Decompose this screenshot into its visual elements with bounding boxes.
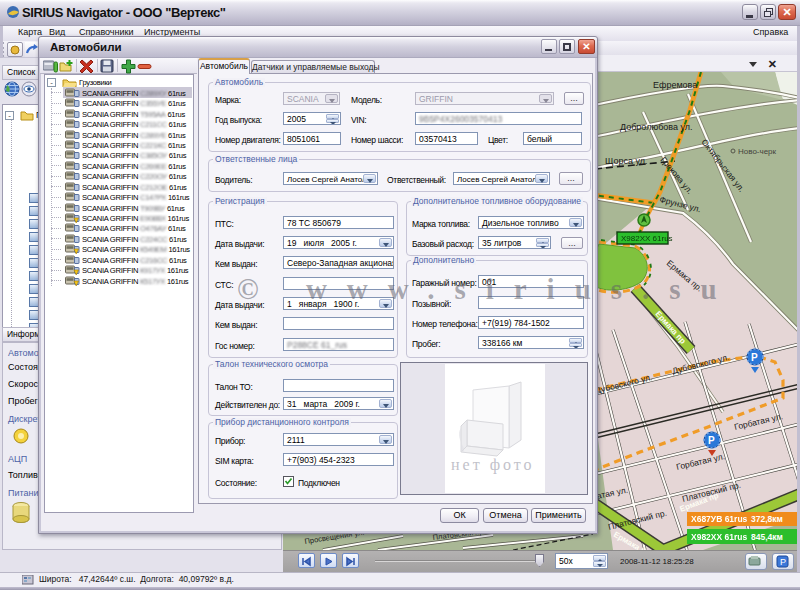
svg-text:Щорса ул.: Щорса ул. (605, 156, 648, 166)
svg-text:Х687УВ 61rus: Х687УВ 61rus (691, 514, 748, 524)
svg-text:P: P (780, 557, 786, 567)
svg-text:Х982ХХ 61rus: Х982ХХ 61rus (691, 532, 748, 542)
svg-text:372,8км: 372,8км (751, 514, 783, 524)
svg-text:P: P (751, 352, 758, 363)
svg-text:845,4км: 845,4км (751, 532, 783, 542)
svg-text:Ново-черк: Ново-черк (738, 147, 777, 156)
svg-text:Ефремова: Ефремова (653, 80, 697, 90)
svg-text:Добролюбова ул.: Добролюбова ул. (620, 122, 693, 132)
svg-text:P: P (708, 435, 715, 446)
svg-text:Х982ХХ 61rus: Х982ХХ 61rus (621, 234, 673, 243)
